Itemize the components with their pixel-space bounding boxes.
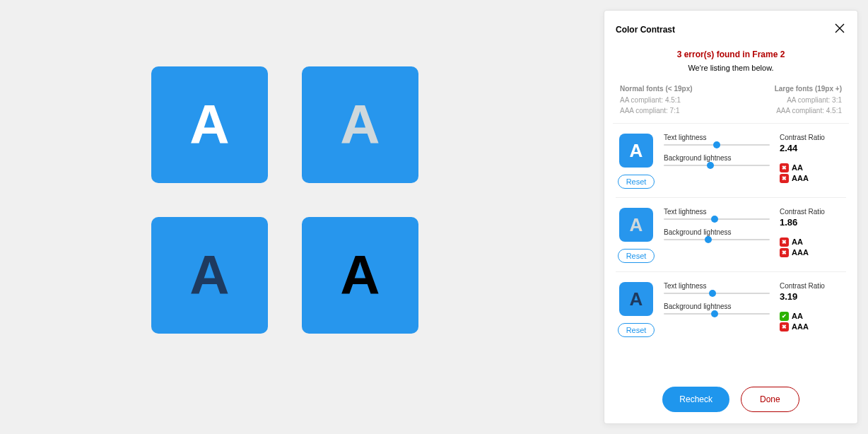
background-lightness-label: Background lightness [664,154,770,162]
background-lightness-label: Background lightness [664,303,770,310]
contrast-ratio-value: 3.19 [780,291,843,302]
text-lightness-slider[interactable] [664,293,770,294]
text-lightness-label: Text lightness [664,282,770,290]
legend-normal: Normal fonts (< 19px) AA compliant: 4.5:… [616,83,731,116]
done-button[interactable]: Done [741,387,799,412]
background-lightness-slider[interactable] [664,165,770,166]
close-icon [835,23,845,35]
slider-thumb[interactable] [711,310,718,317]
swatch-4[interactable]: A [302,217,418,334]
items-list: A Reset Text lightness Background lightn… [616,124,846,346]
aaa-status-label: AAA [792,248,809,257]
aaa-status: AAA [780,174,843,183]
panel-header: Color Contrast [616,22,846,37]
aaa-status: AAA [780,322,843,332]
background-lightness-slider[interactable] [664,239,770,240]
aaa-status-icon [780,322,789,332]
reset-button[interactable]: Reset [618,249,655,263]
contrast-ratio-label: Contrast Ratio [780,134,843,141]
close-button[interactable] [833,22,846,37]
swatch-3[interactable]: A [151,217,268,334]
slider-thumb[interactable] [705,236,712,243]
contrast-item: A Reset Text lightness Background lightn… [616,271,846,346]
legend-large-aa: AA compliant: 3:1 [731,95,842,105]
aaa-status-icon [780,174,789,183]
color-contrast-panel: Color Contrast 3 error(s) found in Frame… [604,10,858,424]
aa-status-icon [780,237,789,247]
slider-thumb[interactable] [707,162,714,169]
aa-status: AA [780,163,843,172]
text-lightness-slider[interactable] [664,144,770,146]
reset-button[interactable]: Reset [618,175,655,189]
canvas: A A A A [151,66,418,334]
legend-normal-aa: AA compliant: 4.5:1 [620,95,731,105]
recheck-button[interactable]: Recheck [662,387,729,412]
swatch-2[interactable]: A [302,66,418,183]
panel-footer: Recheck Done [616,380,846,412]
item-swatch: A [619,134,653,168]
text-lightness-label: Text lightness [664,208,770,216]
background-lightness-slider[interactable] [664,313,770,315]
text-lightness-label: Text lightness [664,134,770,141]
aa-status-icon [780,312,789,321]
item-swatch: A [619,208,653,242]
item-swatch: A [619,282,653,316]
legend-normal-aaa: AAA compliant: 7:1 [620,105,731,116]
contrast-ratio-label: Contrast Ratio [780,208,843,216]
aa-status-label: AA [792,163,803,172]
contrast-ratio-value: 1.86 [780,217,843,228]
contrast-ratio-value: 2.44 [780,143,843,153]
aa-status-label: AA [792,312,803,321]
reset-button[interactable]: Reset [618,323,655,337]
panel-title: Color Contrast [616,25,675,35]
legend: Normal fonts (< 19px) AA compliant: 4.5:… [616,83,846,116]
aaa-status: AAA [780,248,843,257]
slider-thumb[interactable] [711,216,718,223]
contrast-item: A Reset Text lightness Background lightn… [616,197,846,271]
aaa-status-label: AAA [792,174,809,183]
legend-large-aaa: AAA compliant: 4.5:1 [731,105,842,116]
contrast-item: A Reset Text lightness Background lightn… [616,124,846,197]
aa-status-label: AA [792,237,803,247]
error-subline: We're listing them below. [616,64,846,72]
text-lightness-slider[interactable] [664,218,770,220]
legend-large-header: Large fonts (19px +) [731,83,842,94]
slider-thumb[interactable] [709,290,716,297]
aa-status-icon [780,163,789,172]
aaa-status-icon [780,248,789,257]
swatch-1[interactable]: A [151,66,268,183]
aa-status: AA [780,237,843,247]
slider-thumb[interactable] [713,141,720,148]
aaa-status-label: AAA [792,322,809,332]
legend-normal-header: Normal fonts (< 19px) [620,83,731,94]
contrast-ratio-label: Contrast Ratio [780,282,843,290]
error-count: 3 error(s) found in Frame 2 [616,49,846,59]
legend-large: Large fonts (19px +) AA compliant: 3:1 A… [731,83,846,116]
aa-status: AA [780,312,843,321]
background-lightness-label: Background lightness [664,228,770,236]
